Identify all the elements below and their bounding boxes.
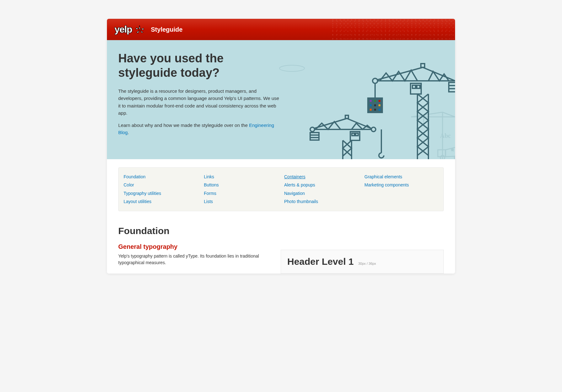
nav-link[interactable]: Layout utilities [124, 198, 198, 205]
nav-col-2: Links Buttons Forms Lists [204, 173, 278, 205]
crane-illustration: Abc [273, 56, 455, 159]
svg-rect-30 [378, 104, 381, 107]
svg-rect-32 [374, 108, 377, 111]
nav-link[interactable]: Color [124, 181, 198, 188]
svg-line-4 [443, 112, 455, 117]
svg-rect-10 [421, 64, 425, 67]
typography-example-box: Header Level 1 30px / 36px [281, 250, 444, 274]
svg-rect-26 [374, 99, 377, 102]
nav-link[interactable]: Navigation [284, 190, 358, 197]
svg-point-9 [454, 155, 455, 159]
nav-link[interactable]: Forms [204, 190, 278, 197]
nav-link[interactable]: Lists [204, 198, 278, 205]
svg-rect-25 [369, 99, 372, 102]
section-subheading: General typography [118, 243, 444, 250]
nav-link[interactable]: Links [204, 173, 278, 180]
hero-paragraph-1: The styleguide is a resource for designe… [118, 87, 281, 117]
nav-link[interactable]: Photo thumbnails [284, 198, 358, 205]
nav-link[interactable]: Typography utilities [124, 190, 198, 197]
hero-section: Have you used the styleguide today? The … [107, 40, 455, 159]
svg-rect-27 [378, 99, 381, 102]
svg-rect-31 [369, 108, 372, 111]
example-meta: 30px / 36px [358, 262, 376, 265]
header-bar: yelp Styleguide [107, 19, 455, 40]
hero-heading: Have you used the styleguide today? [118, 51, 281, 80]
svg-point-22 [373, 78, 378, 83]
svg-point-48 [371, 127, 376, 132]
nav-col-1: Foundation Color Typography utilities La… [124, 173, 198, 205]
section-body-text: Yelp's typography pattern is called yTyp… [118, 253, 268, 274]
svg-rect-14 [449, 82, 455, 92]
nav-link[interactable]: Containers [284, 173, 358, 180]
header-title: Styleguide [151, 26, 183, 33]
nav-col-3: Containers Alerts & popups Navigation Ph… [284, 173, 358, 205]
svg-point-38 [310, 127, 315, 132]
nav-link[interactable]: Graphical elements [364, 173, 438, 180]
section-heading: Foundation [118, 226, 444, 236]
svg-point-0 [279, 65, 305, 71]
logo[interactable]: yelp Styleguide [114, 24, 183, 35]
svg-rect-39 [310, 133, 319, 140]
svg-text:Abc: Abc [440, 132, 451, 139]
svg-rect-34 [345, 115, 348, 118]
svg-rect-29 [374, 104, 377, 107]
example-header-1: Header Level 1 [287, 256, 354, 267]
svg-rect-33 [378, 108, 381, 111]
nav-link[interactable]: Buttons [204, 181, 278, 188]
nav-link[interactable]: Marketing components [364, 181, 438, 188]
hero-paragraph-2: Learn about why and how we made the styl… [118, 122, 281, 136]
nav-box: Foundation Color Typography utilities La… [118, 167, 444, 211]
svg-rect-28 [369, 104, 372, 107]
svg-line-13 [423, 67, 455, 81]
nav-link[interactable]: Foundation [124, 173, 198, 180]
foundation-section: Foundation General typography Yelp's typ… [107, 219, 455, 274]
logo-text: yelp [114, 24, 132, 35]
yelp-burst-icon [135, 25, 145, 34]
nav-link[interactable]: Alerts & popups [284, 181, 358, 188]
styleguide-window: yelp Styleguide Have you used the styleg… [107, 19, 455, 274]
nav-col-4: Graphical elements Marketing components [364, 173, 438, 205]
